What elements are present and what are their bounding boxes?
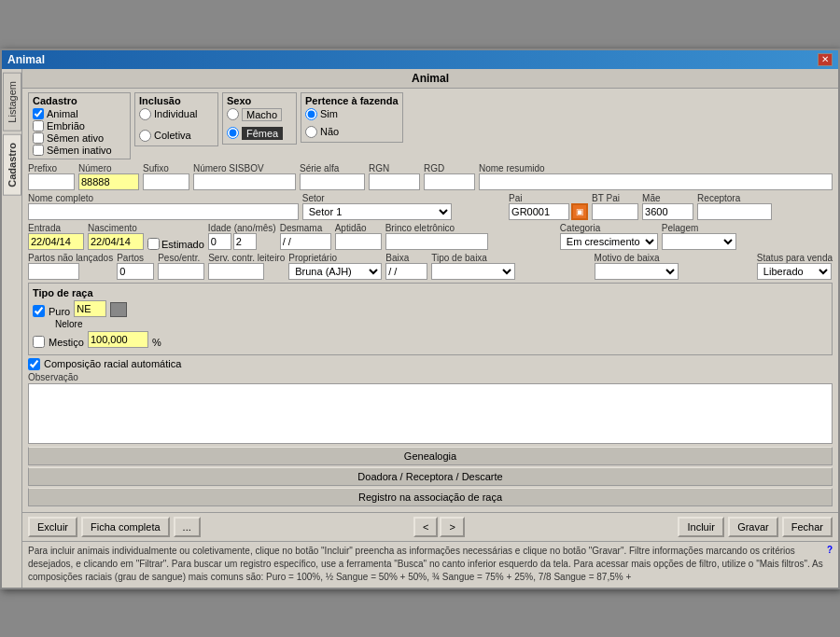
semen-ativo-label: Sêmen ativo [47, 132, 104, 144]
ne-input[interactable] [74, 300, 106, 317]
nome-resumido-input[interactable] [479, 173, 833, 190]
receptora-input[interactable] [697, 203, 772, 220]
pertence-title: Pertence à fazenda [305, 95, 399, 106]
sisbov-col: Número SISBOV [193, 163, 296, 190]
sim-radio-row: Sim [305, 108, 399, 120]
receptora-col: Receptora [697, 193, 833, 220]
tipo-baixa-col: Tipo de baixa [431, 253, 590, 280]
aptidao-input[interactable] [335, 233, 382, 250]
embryo-checkbox-row: Embrião [33, 120, 126, 132]
mestico-input[interactable] [88, 331, 148, 348]
mae-input[interactable] [642, 203, 693, 220]
sidebar-tab-listagem[interactable]: Listagem [3, 73, 21, 132]
registro-section[interactable]: Registro na associação de raça [28, 488, 833, 506]
sisbov-input[interactable] [193, 173, 296, 190]
partos-nao-label: Partos não lançados [28, 253, 113, 263]
estimado-label: Estimado [161, 239, 204, 250]
close-button[interactable]: ✕ [818, 53, 833, 66]
serie-alfa-col: Série alfa [300, 163, 365, 190]
serie-alfa-input[interactable] [300, 173, 365, 190]
embryo-checkbox[interactable] [33, 120, 44, 132]
cadastro-box: Cadastro Animal Embrião Sêmen ativo [28, 92, 131, 159]
partos-nao-input[interactable] [28, 263, 79, 280]
idade-meses-input[interactable] [233, 233, 257, 250]
pai-input[interactable] [509, 203, 569, 220]
aptidao-col: Aptidão [335, 223, 382, 250]
entrada-input[interactable] [28, 233, 84, 250]
categoria-select[interactable]: Em crescimento [560, 233, 658, 250]
nav-buttons: < > [413, 517, 465, 537]
ficha-completa-button[interactable]: Ficha completa [81, 517, 170, 537]
femea-radio[interactable] [227, 127, 239, 139]
next-button[interactable]: > [440, 517, 464, 537]
nascimento-input[interactable] [88, 233, 144, 250]
serv-input[interactable] [208, 263, 264, 280]
semen-ativo-checkbox[interactable] [33, 132, 44, 144]
nao-radio[interactable] [305, 126, 317, 138]
status-col: Status para venda Liberado [757, 253, 833, 280]
aptidao-label: Aptidão [335, 223, 382, 233]
animal-checkbox[interactable] [33, 108, 44, 119]
prefixo-input[interactable] [28, 173, 75, 190]
idade-anos-input[interactable] [208, 233, 231, 250]
status-select[interactable]: Liberado [757, 263, 832, 280]
baixa-input[interactable] [385, 263, 427, 280]
fechar-button[interactable]: Fechar [782, 517, 833, 537]
gravar-button[interactable]: Gravar [728, 517, 778, 537]
sufixo-input[interactable] [143, 173, 189, 190]
proprietario-select[interactable]: Bruna (AJH) [288, 263, 382, 280]
brinco-input[interactable] [385, 233, 488, 250]
bt-pai-input[interactable] [592, 203, 638, 220]
row-nome-completo: Nome completo Setor Setor 1 Pai ▣ [28, 193, 833, 220]
numero-input[interactable] [78, 173, 139, 190]
tipo-baixa-select[interactable] [431, 263, 515, 280]
help-button[interactable]: ? [827, 545, 833, 555]
setor-select[interactable]: Setor 1 [302, 203, 452, 220]
peso-input[interactable] [158, 263, 204, 280]
top-section-row: Cadastro Animal Embrião Sêmen ativo [28, 92, 833, 159]
inclusao-title: Inclusão [139, 95, 214, 106]
mestico-checkbox[interactable] [33, 336, 45, 348]
numero-col: Número [78, 163, 139, 190]
nascimento-label: Nascimento [88, 223, 144, 233]
genealogia-section[interactable]: Genealogia [28, 447, 833, 465]
rgd-input[interactable] [424, 173, 475, 190]
sim-radio[interactable] [305, 108, 317, 120]
dots-button[interactable]: ... [174, 517, 201, 537]
puro-checkbox[interactable] [33, 305, 45, 317]
observacao-label: Observação [28, 372, 833, 382]
idade-col: Idade (ano/mês) [208, 223, 276, 250]
mestico-label: Mestiço [49, 337, 84, 348]
nome-completo-input[interactable] [28, 203, 299, 220]
observacao-box[interactable] [28, 383, 833, 444]
main-window: Animal ✕ Listagem Cadastro Animal Cadast… [0, 48, 840, 589]
sexo-box: Sexo Macho Fêmea [222, 92, 297, 145]
desmama-input[interactable] [280, 233, 331, 250]
pai-label: Pai [509, 193, 588, 203]
estimado-checkbox[interactable] [147, 238, 160, 250]
sidebar-tab-cadastro[interactable]: Cadastro [3, 134, 21, 196]
doadora-section[interactable]: Doadora / Receptora / Descarte [28, 467, 833, 486]
puro-label: Puro [49, 306, 70, 317]
macho-radio-row: Macho [227, 108, 292, 121]
partos-input[interactable] [117, 263, 154, 280]
receptora-label: Receptora [697, 193, 833, 203]
bt-pai-button[interactable]: ▣ [571, 203, 588, 220]
rgd-label: RGD [424, 163, 475, 173]
nome-completo-label: Nome completo [28, 193, 299, 203]
individual-radio[interactable] [139, 108, 151, 120]
excluir-button[interactable]: Excluir [28, 517, 77, 537]
sidebar: Listagem Cadastro [2, 69, 22, 588]
title-bar: Animal ✕ [2, 50, 838, 69]
rgn-input[interactable] [369, 173, 420, 190]
partos-col: Partos [117, 253, 154, 280]
prev-button[interactable]: < [413, 517, 438, 537]
cadastro-title: Cadastro [33, 95, 126, 106]
semen-inativo-checkbox[interactable] [33, 145, 44, 156]
motivo-select[interactable] [595, 263, 679, 280]
pelagem-select[interactable] [662, 233, 736, 250]
incluir-button[interactable]: Incluir [678, 517, 724, 537]
coletiva-radio[interactable] [139, 130, 151, 142]
macho-radio[interactable] [227, 108, 239, 120]
comp-racial-checkbox[interactable] [28, 358, 40, 370]
